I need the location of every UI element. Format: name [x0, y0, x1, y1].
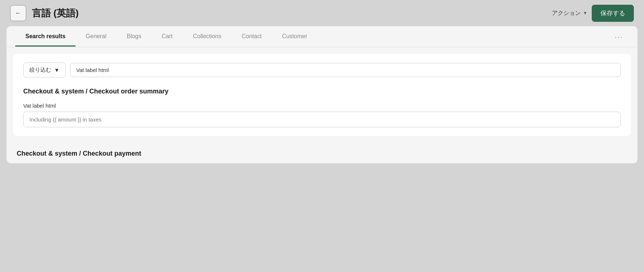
tab-contact[interactable]: Contact [232, 27, 272, 47]
actions-dropdown-arrow-icon: ▼ [583, 11, 587, 16]
tab-search-results[interactable]: Search results [15, 27, 76, 47]
section2-heading: Checkout & system / Checkout payment [7, 143, 637, 163]
tabs-bar: Search results General Blogs Cart Collec… [7, 26, 637, 47]
vat-label-html-input[interactable] [23, 112, 621, 127]
back-button[interactable]: ← [10, 5, 26, 21]
tab-cart[interactable]: Cart [151, 27, 183, 47]
vat-label-html-label: Vat label html [23, 103, 621, 109]
actions-button[interactable]: アクション ▼ [552, 9, 587, 17]
back-arrow-icon: ← [15, 9, 21, 17]
header: ← 言語 (英語) アクション ▼ 保存する [0, 0, 644, 26]
tab-more-button[interactable]: ··· [609, 26, 629, 47]
tab-customer[interactable]: Customer [272, 27, 317, 47]
actions-label: アクション [552, 9, 581, 17]
page-title: 言語 (英語) [32, 7, 79, 20]
tab-collections[interactable]: Collections [183, 27, 231, 47]
main-card: Search results General Blogs Cart Collec… [7, 26, 637, 163]
header-right: アクション ▼ 保存する [552, 5, 634, 22]
filter-row: 絞り込む ▼ [23, 63, 621, 77]
save-button[interactable]: 保存する [592, 5, 634, 22]
section1-heading: Checkout & system / Checkout order summa… [23, 88, 621, 95]
filter-label: 絞り込む [29, 67, 51, 73]
content-area: 絞り込む ▼ Checkout & system / Checkout orde… [13, 54, 631, 136]
search-input[interactable] [70, 63, 621, 77]
tab-blogs[interactable]: Blogs [117, 27, 151, 47]
tab-general[interactable]: General [76, 27, 117, 47]
header-left: ← 言語 (英語) [10, 5, 79, 21]
filter-button[interactable]: 絞り込む ▼ [23, 63, 66, 77]
filter-dropdown-arrow-icon: ▼ [54, 67, 60, 73]
